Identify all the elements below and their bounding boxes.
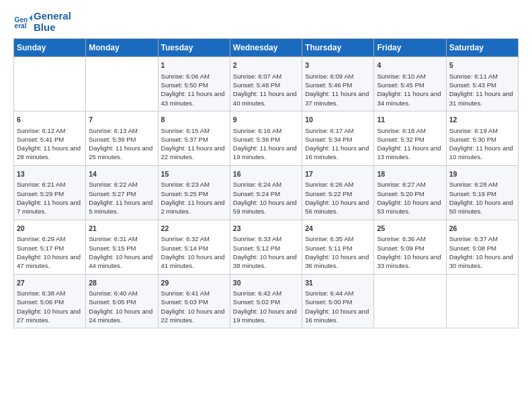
day-info: Sunrise: 6:26 AM <box>305 180 371 189</box>
day-info: Sunset: 5:03 PM <box>161 298 227 306</box>
day-info: Daylight: 11 hours and 40 minutes. <box>233 89 299 107</box>
day-info: Daylight: 11 hours and 5 minutes. <box>89 198 154 216</box>
day-info: Sunset: 5:19 PM <box>449 189 515 198</box>
calendar-table: SundayMondayTuesdayWednesdayThursdayFrid… <box>13 38 519 328</box>
calendar-cell: 24Sunrise: 6:35 AMSunset: 5:11 PMDayligh… <box>302 220 374 274</box>
header-row: Gen eral GeneralBlue <box>13 11 519 33</box>
day-info: Sunset: 5:20 PM <box>377 189 443 198</box>
day-info: Daylight: 10 hours and 44 minutes. <box>89 253 154 271</box>
day-info: Daylight: 10 hours and 59 minutes. <box>233 198 299 216</box>
day-info: Sunrise: 6:31 AM <box>89 234 154 243</box>
day-info: Sunset: 5:25 PM <box>161 189 227 198</box>
day-info: Sunset: 5:00 PM <box>305 298 371 306</box>
day-info: Daylight: 10 hours and 27 minutes. <box>17 307 83 325</box>
day-info: Daylight: 11 hours and 31 minutes. <box>449 89 515 107</box>
day-info: Sunrise: 6:36 AM <box>377 234 443 243</box>
day-info: Daylight: 11 hours and 28 minutes. <box>17 144 83 162</box>
day-info: Sunrise: 6:24 AM <box>233 180 299 189</box>
day-info: Sunrise: 6:09 AM <box>305 72 371 81</box>
calendar-cell: 4Sunrise: 6:10 AMSunset: 5:45 PMDaylight… <box>374 57 446 111</box>
day-info: Sunrise: 6:07 AM <box>233 72 299 81</box>
header-day-friday: Friday <box>374 39 446 57</box>
calendar-cell: 14Sunrise: 6:22 AMSunset: 5:27 PMDayligh… <box>86 165 158 220</box>
calendar-cell: 9Sunrise: 6:16 AMSunset: 5:36 PMDaylight… <box>230 111 302 165</box>
calendar-cell <box>446 274 518 328</box>
day-info: Sunrise: 6:41 AM <box>161 289 227 298</box>
day-info: Daylight: 11 hours and 43 minutes. <box>161 89 227 107</box>
day-info: Sunset: 5:29 PM <box>17 189 83 198</box>
day-number: 1 <box>161 60 227 71</box>
day-info: Sunset: 5:41 PM <box>17 135 83 144</box>
day-number: 10 <box>305 115 371 125</box>
day-info: Sunrise: 6:21 AM <box>17 180 83 189</box>
calendar-cell: 26Sunrise: 6:37 AMSunset: 5:08 PMDayligh… <box>446 220 518 274</box>
day-info: Sunset: 5:32 PM <box>377 135 443 144</box>
day-number: 30 <box>233 278 299 288</box>
day-info: Sunrise: 6:19 AM <box>449 126 515 135</box>
day-number: 12 <box>449 115 515 125</box>
day-info: Daylight: 11 hours and 16 minutes. <box>305 144 371 162</box>
svg-marker-2 <box>29 15 32 21</box>
day-info: Sunrise: 6:13 AM <box>89 126 154 135</box>
day-info: Sunset: 5:34 PM <box>305 135 371 144</box>
day-info: Daylight: 11 hours and 13 minutes. <box>377 144 443 162</box>
day-number: 6 <box>17 115 83 125</box>
calendar-cell: 27Sunrise: 6:38 AMSunset: 5:06 PMDayligh… <box>14 274 86 328</box>
calendar-cell: 7Sunrise: 6:13 AMSunset: 5:39 PMDaylight… <box>86 111 158 165</box>
day-info: Sunset: 5:24 PM <box>233 189 299 198</box>
day-info: Daylight: 11 hours and 22 minutes. <box>161 144 227 162</box>
calendar-cell: 25Sunrise: 6:36 AMSunset: 5:09 PMDayligh… <box>374 220 446 274</box>
day-info: Sunrise: 6:40 AM <box>89 289 154 298</box>
day-number: 5 <box>449 60 515 71</box>
day-info: Sunrise: 6:37 AM <box>449 234 515 243</box>
day-info: Daylight: 11 hours and 25 minutes. <box>89 144 154 162</box>
day-number: 14 <box>89 169 154 179</box>
day-info: Daylight: 10 hours and 19 minutes. <box>233 307 299 325</box>
calendar-cell: 11Sunrise: 6:18 AMSunset: 5:32 PMDayligh… <box>374 111 446 165</box>
day-number: 9 <box>233 115 299 125</box>
day-info: Daylight: 10 hours and 33 minutes. <box>377 253 443 271</box>
day-info: Sunrise: 6:06 AM <box>161 72 227 81</box>
header-day-sunday: Sunday <box>14 39 86 57</box>
day-number: 18 <box>377 169 443 179</box>
day-info: Daylight: 10 hours and 22 minutes. <box>161 307 227 325</box>
calendar-week-3: 13Sunrise: 6:21 AMSunset: 5:29 PMDayligh… <box>14 165 519 220</box>
logo: Gen eral GeneralBlue <box>13 11 71 33</box>
calendar-cell: 8Sunrise: 6:15 AMSunset: 5:37 PMDaylight… <box>158 111 230 165</box>
day-info: Daylight: 11 hours and 10 minutes. <box>449 144 515 162</box>
day-number: 31 <box>305 278 371 288</box>
header-day-monday: Monday <box>86 39 158 57</box>
day-info: Sunset: 5:09 PM <box>377 244 443 253</box>
day-info: Daylight: 11 hours and 2 minutes. <box>161 198 227 216</box>
logo-text: GeneralBlue <box>34 11 71 33</box>
day-info: Sunset: 5:06 PM <box>17 298 83 306</box>
calendar-cell: 16Sunrise: 6:24 AMSunset: 5:24 PMDayligh… <box>230 165 302 220</box>
calendar-header-row: SundayMondayTuesdayWednesdayThursdayFrid… <box>14 39 519 57</box>
day-number: 29 <box>161 278 227 288</box>
day-info: Daylight: 11 hours and 19 minutes. <box>233 144 299 162</box>
day-info: Daylight: 10 hours and 36 minutes. <box>305 253 371 271</box>
calendar-cell: 30Sunrise: 6:42 AMSunset: 5:02 PMDayligh… <box>230 274 302 328</box>
calendar-cell: 22Sunrise: 6:32 AMSunset: 5:14 PMDayligh… <box>158 220 230 274</box>
calendar-cell <box>14 57 86 111</box>
day-number: 28 <box>89 278 154 288</box>
calendar-week-4: 20Sunrise: 6:29 AMSunset: 5:17 PMDayligh… <box>14 220 519 274</box>
header-day-tuesday: Tuesday <box>158 39 230 57</box>
svg-text:eral: eral <box>15 22 27 30</box>
header-day-wednesday: Wednesday <box>230 39 302 57</box>
day-info: Sunset: 5:36 PM <box>233 135 299 144</box>
calendar-week-2: 6Sunrise: 6:12 AMSunset: 5:41 PMDaylight… <box>14 111 519 165</box>
day-info: Daylight: 10 hours and 47 minutes. <box>17 253 83 271</box>
day-info: Sunset: 5:17 PM <box>17 244 83 253</box>
day-number: 21 <box>89 224 154 234</box>
day-info: Sunset: 5:50 PM <box>161 81 227 89</box>
calendar-cell: 6Sunrise: 6:12 AMSunset: 5:41 PMDaylight… <box>14 111 86 165</box>
day-info: Sunrise: 6:17 AM <box>305 126 371 135</box>
day-number: 2 <box>233 60 299 71</box>
day-info: Sunrise: 6:27 AM <box>377 180 443 189</box>
day-number: 20 <box>17 224 83 234</box>
header-day-saturday: Saturday <box>446 39 518 57</box>
day-info: Daylight: 10 hours and 56 minutes. <box>305 198 371 216</box>
day-number: 16 <box>233 169 299 179</box>
day-info: Sunrise: 6:28 AM <box>449 180 515 189</box>
